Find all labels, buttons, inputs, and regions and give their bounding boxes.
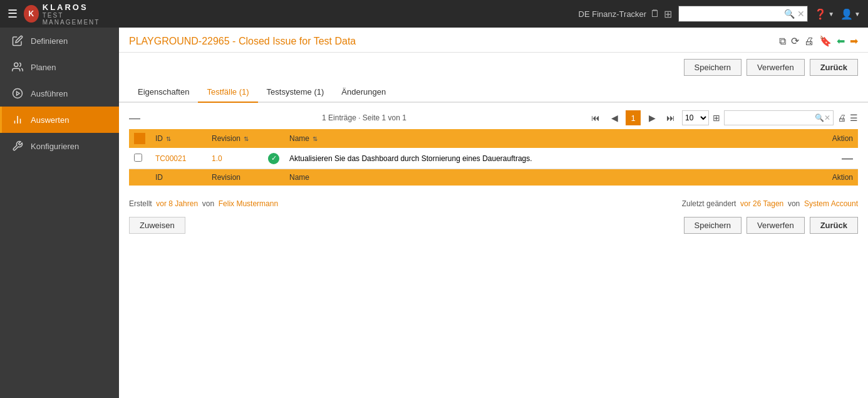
row-status-cell: ✓ [263,148,284,169]
verwerfen-button-bottom[interactable]: Verwerfen [747,217,805,234]
row-name-cell: Aktualisieren Sie das Dashboard durch St… [284,148,820,169]
sidebar-label-planen: Planen [31,63,56,72]
zuweisen-button[interactable]: Zuweisen [129,217,185,234]
action-bar-top: Speichern Verwerfen Zurück [119,53,868,82]
chart-icon [12,114,23,125]
data-table: ID ⇅ Revision ⇅ Name ⇅ Ak [129,129,858,186]
zuruck-button-top[interactable]: Zurück [810,59,858,76]
table-search-box: 🔍 ✕ [724,110,834,125]
created-by-link[interactable]: Felix Mustermann [219,199,278,208]
user-icon: 👤 [840,8,853,20]
external-link-icon[interactable]: ⧉ [779,36,786,47]
collapse-icon[interactable]: — [129,112,140,125]
topbar-project: DE Finanz-Tracker 🗒 ⊞ [579,8,673,20]
table-search-input[interactable] [727,113,815,122]
th-action: Aktion [820,129,858,148]
page-title: PLAYGROUND-22965 - Closed Issue for Test… [129,36,356,47]
svg-point-0 [14,63,18,66]
hamburger-icon[interactable]: ☰ [8,7,18,21]
row-id-cell[interactable]: TC00021 [150,148,207,169]
speichern-button-top[interactable]: Speichern [684,59,742,76]
row-action-icon[interactable]: — [842,152,853,164]
th-status [263,129,284,148]
table-search-icon[interactable]: 🔍 [815,113,824,122]
speichern-button-bottom[interactable]: Speichern [684,217,742,234]
created-time-link[interactable]: vor 8 Jahren [156,199,198,208]
print-icon[interactable]: 🖨 [804,36,814,47]
topbar-search-button[interactable]: 🔍 [784,9,795,19]
sidebar-nav: Definieren Planen Ausführen Auswerten Ko… [0,28,119,398]
modified-time-link[interactable]: vor 26 Tagen [740,199,783,208]
sidebar-item-ausfuhren[interactable]: Ausführen [0,80,119,107]
tab-testfalle[interactable]: Testfälle (1) [198,82,257,103]
topbar-project-icon1[interactable]: 🗒 [650,8,660,19]
table-search-clear[interactable]: ✕ [824,113,830,122]
sidebar-item-planen[interactable]: Planen [0,54,119,80]
logo-text: KLAROS [43,3,111,12]
bookmark-icon[interactable]: 🔖 [819,35,832,47]
topbar-grid-icon[interactable]: ⊞ [664,8,672,20]
sidebar-label-konfigurieren: Konfigurieren [31,142,79,151]
footer-info: Erstellt vor 8 Jahren von Felix Musterma… [119,193,868,211]
id-sort-icon: ⇅ [166,135,171,142]
table-print-icon[interactable]: 🖨 [837,113,846,123]
next-page-button[interactable]: ▶ [644,110,659,125]
sidebar-item-auswerten[interactable]: Auswerten [0,107,119,133]
page-actions: ⧉ ⟳ 🖨 🔖 ⬅ ➡ [779,35,858,47]
tab-anderungen[interactable]: Änderungen [333,82,395,103]
row-revision-cell[interactable]: 1.0 [207,148,263,169]
name-sort-icon: ⇅ [313,135,318,142]
svg-point-1 [13,89,23,98]
refresh-icon[interactable]: ⟳ [791,35,799,47]
verwerfen-button-top[interactable]: Verwerfen [747,59,805,76]
table-footer-header-row: ID Revision Name Aktion [129,169,858,186]
tab-eigenschaften[interactable]: Eigenschaften [129,82,198,103]
th-bottom-checkbox [129,169,150,186]
page-area: PLAYGROUND-22965 - Closed Issue for Test… [119,28,868,398]
table-area: — 1 Einträge · Seite 1 von 1 ⏮ ◀ 1 ▶ ⏭ 1… [119,103,868,193]
pagination-info: 1 Einträge · Seite 1 von 1 [144,113,584,122]
sidebar-label-definieren: Definieren [31,36,68,46]
last-page-button[interactable]: ⏭ [663,110,678,125]
zuruck-button-bottom[interactable]: Zurück [810,217,858,234]
topbar-help[interactable]: ❓ ▼ [814,8,834,20]
pencil-icon [12,35,23,46]
prev-page-button[interactable]: ◀ [607,110,622,125]
topbar-search-clear[interactable]: ✕ [797,9,805,19]
topbar-user[interactable]: 👤 ▼ [840,8,860,20]
prev-nav-icon[interactable]: ⬅ [837,35,845,47]
help-chevron-icon: ▼ [828,11,834,18]
topbar-search-input[interactable] [681,9,782,19]
logo-text-area: KLAROS TEST MANAGEMENT [43,3,111,26]
svg-marker-2 [17,92,20,95]
row-checkbox[interactable] [134,154,142,162]
th-bottom-name: Name [284,169,820,186]
th-bottom-status [263,169,284,186]
sidebar-item-definieren[interactable]: Definieren [0,28,119,54]
row-checkbox-cell[interactable] [129,148,150,169]
per-page-select[interactable]: 10 25 50 100 [682,110,709,125]
sidebar-item-konfigurieren[interactable]: Konfigurieren [0,133,119,159]
select-all-checkbox[interactable] [134,133,145,144]
tab-testsysteme[interactable]: Testsysteme (1) [258,82,333,103]
row-action-cell[interactable]: — [820,148,858,169]
sidebar-label-auswerten: Auswerten [31,115,69,125]
table-menu-icon[interactable]: ☰ [850,113,858,123]
logo-sub: TEST MANAGEMENT [43,12,111,26]
next-nav-icon[interactable]: ➡ [850,35,858,47]
first-page-button[interactable]: ⏮ [588,110,603,125]
tabs: Eigenschaften Testfälle (1) Testsysteme … [119,82,868,103]
users-icon [12,61,23,73]
filter-icon[interactable]: ⊞ [713,113,720,123]
th-name[interactable]: Name ⇅ [284,129,820,148]
main-area: DE Finanz-Tracker 🗒 ⊞ 🔍 ✕ ❓ ▼ 👤 ▼ PLAYGR… [119,0,868,398]
modified-info: Zuletzt geändert vor 26 Tagen von System… [682,199,858,208]
page-header: PLAYGROUND-22965 - Closed Issue for Test… [119,28,868,53]
bottom-right-buttons: Speichern Verwerfen Zurück [684,217,858,234]
th-id[interactable]: ID ⇅ [150,129,207,148]
logo-icon: K [24,5,39,23]
th-revision[interactable]: Revision ⇅ [207,129,263,148]
modified-by-link[interactable]: System Account [804,199,858,208]
help-icon: ❓ [814,8,827,20]
current-page: 1 [626,110,641,125]
